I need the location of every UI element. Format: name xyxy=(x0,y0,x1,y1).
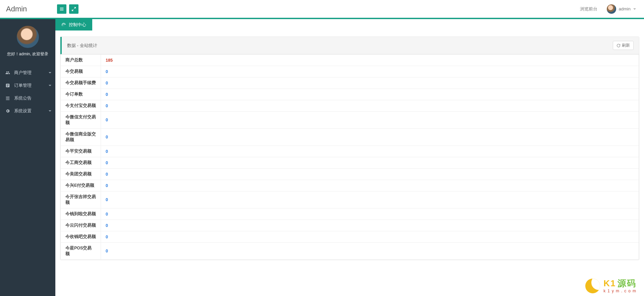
caret-down-icon xyxy=(49,85,51,86)
stat-value: 0 xyxy=(101,191,639,209)
user-menu[interactable]: admin xyxy=(607,4,636,14)
tab-label: 控制中心 xyxy=(69,22,86,28)
caret-down-icon xyxy=(49,72,51,73)
tab-dashboard[interactable]: 控制中心 xyxy=(55,19,92,31)
caret-down-icon xyxy=(49,110,51,112)
announce-icon xyxy=(5,96,11,101)
panel-title: 数据 - 全站统计 xyxy=(67,43,97,49)
refresh-icon xyxy=(616,44,621,48)
main: 控制中心 数据 - 全站统计 刷新 商户总数185今交易额0今交易额手续费0今订… xyxy=(55,19,644,296)
fullscreen-button[interactable] xyxy=(69,4,78,14)
sidebar: 您好！admin, 欢迎登录 商户管理订单管理系统公告系统设置 xyxy=(0,19,55,296)
stat-value: 0 xyxy=(101,180,639,191)
content: 数据 - 全站统计 刷新 商户总数185今交易额0今交易额手续费0今订单数0今支… xyxy=(55,31,644,263)
stat-value: 0 xyxy=(101,157,639,169)
table-row: 今微信商业版交易额0 xyxy=(61,129,639,146)
avatar-small xyxy=(607,4,616,14)
stat-label: 今开张吉祥交易额 xyxy=(61,191,101,209)
table-row: 今钱到啦交易额0 xyxy=(61,209,639,220)
table-row: 今云闪付交易额0 xyxy=(61,220,639,231)
sidebar-item-settings[interactable]: 系统设置 xyxy=(0,105,55,117)
stats-table: 商户总数185今交易额0今交易额手续费0今订单数0今支付宝交易额0今微信支付交易… xyxy=(60,54,639,260)
sidebar-item-label: 订单管理 xyxy=(14,82,32,88)
stat-label: 今星POS交易额 xyxy=(61,243,101,260)
table-row: 今工商交易额0 xyxy=(61,157,639,169)
tabs-row: 控制中心 xyxy=(55,19,644,31)
stat-value: 0 xyxy=(101,112,639,129)
stat-value: 185 xyxy=(101,55,639,66)
stat-label: 今交易额手续费 xyxy=(61,77,101,89)
settings-icon xyxy=(5,109,11,113)
table-row: 今交易额0 xyxy=(61,66,639,77)
orders-icon xyxy=(5,83,11,88)
stat-label: 今工商交易额 xyxy=(61,157,101,169)
sidebar-item-label: 系统设置 xyxy=(14,108,32,114)
sidebar-item-orders[interactable]: 订单管理 xyxy=(0,79,55,92)
table-row: 商户总数185 xyxy=(61,55,639,66)
stat-value: 0 xyxy=(101,89,639,100)
refresh-button[interactable]: 刷新 xyxy=(613,41,634,50)
table-row: 今平安交易额0 xyxy=(61,146,639,157)
stat-label: 今平安交易额 xyxy=(61,146,101,157)
table-row: 今订单数0 xyxy=(61,89,639,100)
stat-label: 今云闪付交易额 xyxy=(61,220,101,231)
topbar-right: 浏览前台 admin xyxy=(580,0,636,18)
stats-panel: 数据 - 全站统计 刷新 商户总数185今交易额0今交易额手续费0今订单数0今支… xyxy=(60,37,639,260)
panel-head: 数据 - 全站统计 刷新 xyxy=(60,37,639,54)
nav-list: 商户管理订单管理系统公告系统设置 xyxy=(0,66,55,117)
avatar-large xyxy=(16,25,40,49)
expand-icon xyxy=(71,7,76,11)
table-row: 今美团交易额0 xyxy=(61,169,639,180)
users-icon xyxy=(5,70,11,75)
refresh-label: 刷新 xyxy=(622,43,630,48)
stat-label: 今兴E付交易额 xyxy=(61,180,101,191)
brand-title: Admin xyxy=(4,5,54,13)
table-row: 今兴E付交易额0 xyxy=(61,180,639,191)
dashboard-icon xyxy=(61,22,66,27)
stat-value: 0 xyxy=(101,209,639,220)
topbar: Admin 浏览前台 admin xyxy=(0,0,644,18)
toggle-sidebar-button[interactable] xyxy=(57,4,66,14)
topbar-buttons xyxy=(57,4,78,14)
table-row: 今星POS交易额0 xyxy=(61,243,639,260)
stat-label: 今订单数 xyxy=(61,89,101,100)
stat-value: 0 xyxy=(101,66,639,77)
stat-value: 0 xyxy=(101,243,639,260)
stat-value: 0 xyxy=(101,231,639,243)
table-row: 今收钱吧交易额0 xyxy=(61,231,639,243)
sidebar-item-users[interactable]: 商户管理 xyxy=(0,66,55,79)
stat-value: 0 xyxy=(101,220,639,231)
stat-label: 今微信支付交易额 xyxy=(61,112,101,129)
view-frontend-link[interactable]: 浏览前台 xyxy=(580,6,597,12)
sidebar-item-label: 商户管理 xyxy=(14,70,32,76)
table-row: 今支付宝交易额0 xyxy=(61,100,639,112)
stat-value: 0 xyxy=(101,77,639,89)
stat-label: 今交易额 xyxy=(61,66,101,77)
stat-value: 0 xyxy=(101,129,639,146)
sidebar-item-label: 系统公告 xyxy=(14,95,32,101)
stat-value: 0 xyxy=(101,146,639,157)
stat-value: 0 xyxy=(101,100,639,112)
stat-label: 今钱到啦交易额 xyxy=(61,209,101,220)
sidebar-item-announce[interactable]: 系统公告 xyxy=(0,92,55,105)
stat-label: 今微信商业版交易额 xyxy=(61,129,101,146)
stat-label: 今支付宝交易额 xyxy=(61,100,101,112)
caret-down-icon xyxy=(633,8,636,10)
stat-label: 商户总数 xyxy=(61,55,101,66)
menu-icon xyxy=(59,7,64,11)
stat-label: 今美团交易额 xyxy=(61,169,101,180)
table-row: 今开张吉祥交易额0 xyxy=(61,191,639,209)
stat-value: 0 xyxy=(101,169,639,180)
table-row: 今交易额手续费0 xyxy=(61,77,639,89)
welcome-text: 您好！admin, 欢迎登录 xyxy=(0,51,55,57)
table-row: 今微信支付交易额0 xyxy=(61,112,639,129)
stat-label: 今收钱吧交易额 xyxy=(61,231,101,243)
user-name: admin xyxy=(619,6,631,11)
